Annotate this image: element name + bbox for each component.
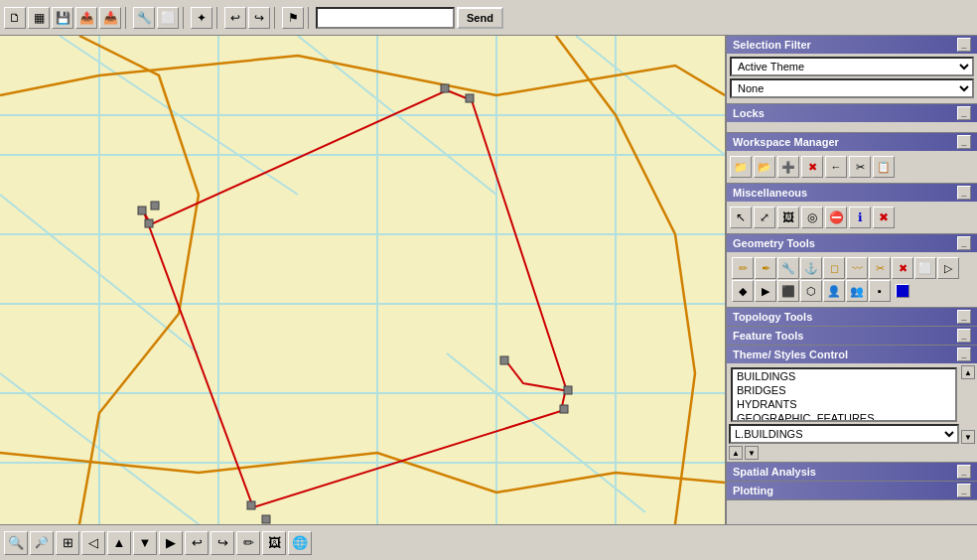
redo-icon[interactable]: ↪ (248, 7, 270, 29)
zoom-in-btn[interactable]: 🔍 (4, 531, 28, 555)
svg-rect-24 (138, 207, 146, 214)
plotting-collapse-btn[interactable]: _ (957, 484, 971, 497)
edit-btn[interactable]: ✏ (236, 531, 260, 555)
save-icon[interactable]: 💾 (52, 7, 73, 29)
feature-tools-label: Feature Tools (733, 330, 803, 342)
locks-collapse-btn[interactable]: _ (957, 106, 971, 120)
plotting-header[interactable]: Plotting _ (727, 482, 977, 499)
workspace-manager-collapse-btn[interactable]: _ (957, 135, 971, 149)
stop-misc-icon[interactable]: ⛔ (825, 207, 847, 228)
geo-pencil-icon[interactable]: ✏ (732, 257, 754, 279)
image-misc-icon[interactable]: 🖼 (777, 207, 799, 228)
theme-item-geographic[interactable]: GEOGRAPHIC_FEATURES (733, 411, 955, 422)
paste-ws-icon[interactable]: 📋 (873, 156, 895, 178)
locks-header[interactable]: Locks _ (727, 104, 977, 122)
workspace-manager-header[interactable]: Workspace Manager _ (727, 133, 977, 151)
star-icon[interactable]: ✦ (191, 7, 212, 29)
move-misc-icon[interactable]: ⤢ (754, 207, 775, 228)
remove-ws-icon[interactable]: ✖ (801, 156, 823, 178)
zoom-extent-btn[interactable]: ⊞ (56, 531, 79, 555)
geo-link-icon[interactable]: ⚓ (800, 257, 822, 279)
photo-btn[interactable]: 🖼 (262, 531, 286, 555)
pan-right-btn[interactable]: ▶ (159, 531, 183, 555)
geo-people-icon[interactable]: 👥 (846, 280, 868, 302)
geo-wrench-icon[interactable]: 🔧 (777, 257, 799, 279)
send-input[interactable] (316, 7, 455, 29)
add-ws-icon[interactable]: ➕ (777, 156, 799, 178)
open-folder-icon[interactable]: 📂 (754, 156, 775, 178)
zoom-out-btn[interactable]: 🔎 (30, 531, 54, 555)
geo-curve-icon[interactable]: 〰 (846, 257, 868, 279)
geo-person-icon[interactable]: 👤 (823, 280, 845, 302)
geo-small-sq-icon[interactable]: ▪ (869, 280, 891, 302)
pan-down-btn[interactable]: ▼ (133, 531, 157, 555)
selection-filter-content: Active Theme All Themes None None Points… (727, 54, 977, 103)
topology-tools-collapse-btn[interactable]: _ (957, 310, 971, 324)
feature-tools-header[interactable]: Feature Tools _ (727, 327, 977, 345)
geo-pencil2-icon[interactable]: ✒ (755, 257, 776, 279)
theme-item-buildings[interactable]: BUILDINGS (733, 369, 955, 383)
geo-play-icon[interactable]: ▶ (755, 280, 776, 302)
back-btn[interactable]: ◁ (81, 531, 105, 555)
target-misc-icon[interactable]: ◎ (801, 207, 823, 228)
frame-icon[interactable]: ⬜ (157, 7, 179, 29)
locks-label: Locks (733, 107, 765, 119)
geo-square-icon[interactable]: ◻ (823, 257, 845, 279)
none-dropdown[interactable]: None Points Lines Polygons (730, 78, 974, 98)
redo-nav-btn[interactable]: ↪ (210, 531, 234, 555)
sep4 (274, 7, 278, 29)
geo-x-icon[interactable]: ✖ (892, 257, 913, 279)
geometry-tools-header[interactable]: Geometry Tools _ (727, 234, 977, 252)
miscellaneous-collapse-btn[interactable]: _ (957, 186, 971, 200)
active-layer-dropdown[interactable]: L.BUILDINGS (729, 424, 959, 444)
geometry-tools-collapse-btn[interactable]: _ (957, 236, 971, 250)
arrow-left-ws-icon[interactable]: ← (825, 156, 847, 178)
undo-nav-btn[interactable]: ↩ (185, 531, 209, 555)
geo-tri-icon[interactable]: ▷ (937, 257, 959, 279)
svg-rect-25 (145, 219, 153, 227)
export-icon[interactable]: 📤 (75, 7, 97, 29)
selection-filter-header[interactable]: Selection Filter _ (727, 36, 977, 54)
close-misc-icon[interactable]: ✖ (873, 207, 895, 228)
geo-scissors-icon[interactable]: ✂ (869, 257, 891, 279)
pan-up-btn[interactable]: ▲ (107, 531, 131, 555)
svg-rect-26 (151, 202, 159, 210)
world-btn[interactable]: 🌐 (288, 531, 312, 555)
new-folder-icon[interactable]: 📁 (730, 156, 752, 178)
tool-icon[interactable]: 🔧 (133, 7, 155, 29)
map-area[interactable] (0, 36, 725, 524)
spatial-analysis-collapse-btn[interactable]: _ (957, 465, 971, 479)
theme-scroll-down-btn[interactable]: ▼ (961, 430, 975, 444)
send-button[interactable]: Send (457, 7, 503, 29)
miscellaneous-header[interactable]: Miscellaneous _ (727, 184, 977, 202)
feature-tools-section: Feature Tools _ (727, 327, 977, 346)
geo-dot-icon[interactable] (896, 284, 909, 298)
svg-rect-22 (247, 501, 255, 509)
new-file-icon[interactable]: 🗋 (4, 7, 26, 29)
layer-scroll-up-btn[interactable]: ▲ (729, 446, 743, 460)
flag-icon[interactable]: ⚑ (282, 7, 304, 29)
theme-styles-header[interactable]: Theme/ Styles Control _ (727, 346, 977, 363)
spatial-analysis-header[interactable]: Spatial Analysis _ (727, 463, 977, 481)
layer-scroll-down-btn[interactable]: ▼ (745, 446, 759, 460)
plotting-section: Plotting _ (727, 482, 977, 500)
pointer-misc-icon[interactable]: ↖ (730, 207, 752, 228)
geo-rect-icon[interactable]: ⬜ (914, 257, 936, 279)
feature-tools-collapse-btn[interactable]: _ (957, 329, 971, 343)
info-misc-icon[interactable]: ℹ (849, 207, 871, 228)
grid-icon[interactable]: ▦ (28, 7, 50, 29)
geo-diamond-icon[interactable]: ◆ (732, 280, 754, 302)
geo-fill-icon[interactable]: ⬛ (777, 280, 799, 302)
undo-icon[interactable]: ↩ (224, 7, 246, 29)
import-icon[interactable]: 📥 (99, 7, 121, 29)
topology-tools-header[interactable]: Topology Tools _ (727, 308, 977, 326)
cut-ws-icon[interactable]: ✂ (849, 156, 871, 178)
theme-item-hydrants[interactable]: HYDRANTS (733, 397, 955, 411)
theme-item-bridges[interactable]: BRIDGES (733, 383, 955, 397)
selection-filter-collapse-btn[interactable]: _ (957, 38, 971, 52)
geo-hex-icon[interactable]: ⬡ (800, 280, 822, 302)
theme-styles-collapse-btn[interactable]: _ (957, 348, 971, 361)
active-theme-dropdown[interactable]: Active Theme All Themes None (730, 57, 974, 76)
theme-scroll-up-btn[interactable]: ▲ (961, 365, 975, 379)
theme-list: BUILDINGS BRIDGES HYDRANTS GEOGRAPHIC_FE… (731, 367, 957, 422)
